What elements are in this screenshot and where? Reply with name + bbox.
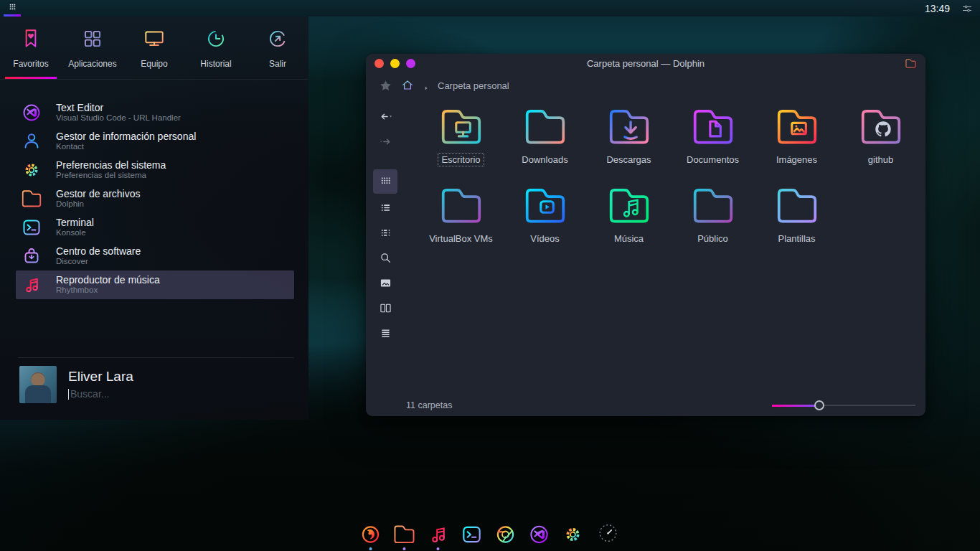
zoom-slider[interactable] <box>772 400 915 411</box>
tab-aplicaciones[interactable]: Aplicaciones <box>62 17 123 79</box>
favorite-title: Terminal <box>56 217 94 229</box>
folder-item[interactable]: github <box>839 103 923 182</box>
minimize-button[interactable] <box>390 59 400 68</box>
favorite-title: Gestor de archivos <box>56 188 141 200</box>
clipboard-tray[interactable] <box>885 1 900 16</box>
folder-item[interactable]: Descargas <box>587 103 671 182</box>
tool-view-compact[interactable] <box>375 224 395 244</box>
apps-icon <box>80 27 105 54</box>
star-icon[interactable] <box>379 79 392 93</box>
zoom-slider-handle[interactable] <box>814 400 824 410</box>
clock[interactable]: 13:49 <box>925 3 950 14</box>
user-area: Eliver Lara <box>19 366 283 403</box>
dolphin-toolbar <box>366 98 405 395</box>
favorite-terminal[interactable]: Terminal Konsole <box>16 213 294 242</box>
folder-item[interactable]: Documentos <box>671 103 755 182</box>
close-button[interactable] <box>374 59 384 68</box>
dock-dolphin[interactable] <box>392 522 417 550</box>
folder-item[interactable]: Plantillas <box>755 182 839 261</box>
running-indicator <box>437 547 440 550</box>
terminal-icon <box>20 216 43 239</box>
favorite-pim[interactable]: Gestor de información personal Kontact <box>16 127 294 156</box>
folder-video-icon <box>517 182 573 230</box>
audio-volume-tray[interactable] <box>868 1 883 16</box>
vscode-icon <box>20 101 43 124</box>
search-input[interactable] <box>68 388 283 400</box>
tool-back[interactable] <box>375 108 395 128</box>
split-icon <box>378 301 393 319</box>
sliders-icon[interactable] <box>958 1 976 16</box>
running-indicator <box>504 547 507 550</box>
favorite-music-player[interactable]: Reproductor de música Rhythmbox <box>16 270 294 299</box>
battery-tray[interactable] <box>834 1 849 16</box>
folder-label: Música <box>611 232 647 245</box>
location-bar: Carpeta personal <box>366 73 925 98</box>
favorite-subtitle: Visual Studio Code - URL Handler <box>56 113 181 123</box>
folder-item[interactable]: Vídeos <box>503 182 587 261</box>
running-indicator <box>572 547 575 550</box>
tool-forward[interactable] <box>375 133 395 153</box>
tray-expander[interactable] <box>903 1 918 16</box>
favorites-list: Text Editor Visual Studio Code - URL Han… <box>0 80 308 299</box>
tab-historial[interactable]: Historial <box>185 17 247 79</box>
tab-label: Aplicaciones <box>68 59 116 69</box>
folder-label: Imágenes <box>773 153 821 166</box>
tab-salir[interactable]: Salir <box>247 17 308 79</box>
dolphin-window: Carpeta personal — Dolphin Carpeta perso… <box>366 54 925 416</box>
running-indicator <box>538 547 541 550</box>
dock-rhythmbox[interactable] <box>426 522 451 550</box>
gear-icon <box>561 522 585 547</box>
dock-firefox[interactable] <box>359 522 383 550</box>
tab-favoritos[interactable]: Favoritos <box>0 17 62 79</box>
folder-label: Escritorio <box>438 153 484 166</box>
dolphin-titlebar[interactable]: Carpeta personal — Dolphin <box>366 54 925 73</box>
tool-view-list[interactable] <box>375 199 395 219</box>
folder-item[interactable]: VirtualBox VMs <box>419 182 503 261</box>
favorite-title: Centro de software <box>56 245 141 258</box>
folder-icon[interactable] <box>905 57 917 70</box>
app-launcher-button[interactable] <box>0 0 24 17</box>
running-indicator <box>403 547 406 550</box>
favorite-text-editor[interactable]: Text Editor Visual Studio Code - URL Han… <box>16 98 294 127</box>
tab-equipo[interactable]: Equipo <box>123 17 185 79</box>
folder-icon <box>392 522 417 547</box>
folder-item[interactable]: Downloads <box>503 103 587 182</box>
favorite-subtitle: Dolphin <box>56 199 141 209</box>
tool-split[interactable] <box>375 299 395 319</box>
view-compact-icon <box>378 225 393 243</box>
folder-image-icon <box>769 103 825 151</box>
running-indicator <box>607 547 610 550</box>
dock-clock-widget[interactable] <box>595 519 622 550</box>
tool-search[interactable] <box>375 249 395 269</box>
window-title: Carpeta personal — Dolphin <box>366 58 925 69</box>
home-icon[interactable] <box>400 78 415 93</box>
folder-label: Plantillas <box>774 232 819 245</box>
avatar[interactable] <box>19 366 57 403</box>
favorite-title: Reproductor de música <box>56 274 160 286</box>
favorite-title: Preferencias del sistema <box>56 159 166 171</box>
tool-menu[interactable] <box>375 324 395 344</box>
breadcrumb[interactable]: Carpeta personal <box>438 80 509 91</box>
folder-item[interactable]: Público <box>671 182 755 261</box>
tool-view-grid[interactable] <box>373 169 397 194</box>
folder-label: VirtualBox VMs <box>425 232 496 245</box>
favorite-software-center[interactable]: Centro de software Discover <box>16 242 294 270</box>
folder-github-icon <box>853 103 909 151</box>
dock-konsole[interactable] <box>460 522 484 550</box>
folder-item[interactable]: Música <box>587 182 671 261</box>
forward-icon <box>378 134 393 152</box>
dock-chromium[interactable] <box>494 522 518 550</box>
network-wireless-tray[interactable] <box>851 1 866 16</box>
tool-preview[interactable] <box>375 274 395 294</box>
logout-icon <box>265 27 290 54</box>
favorite-title: Text Editor <box>56 102 181 114</box>
maximize-button[interactable] <box>406 59 415 68</box>
dock-vscode[interactable] <box>527 522 552 550</box>
folder-item[interactable]: Imágenes <box>755 103 839 182</box>
favorite-system-settings[interactable]: Preferencias del sistema Preferencias de… <box>16 156 294 184</box>
menu-icon <box>378 326 393 344</box>
dock-settings[interactable] <box>561 522 585 550</box>
folder-item[interactable]: Escritorio <box>419 103 503 182</box>
favorite-file-manager[interactable]: Gestor de archivos Dolphin <box>16 184 294 213</box>
search-icon <box>378 250 393 268</box>
